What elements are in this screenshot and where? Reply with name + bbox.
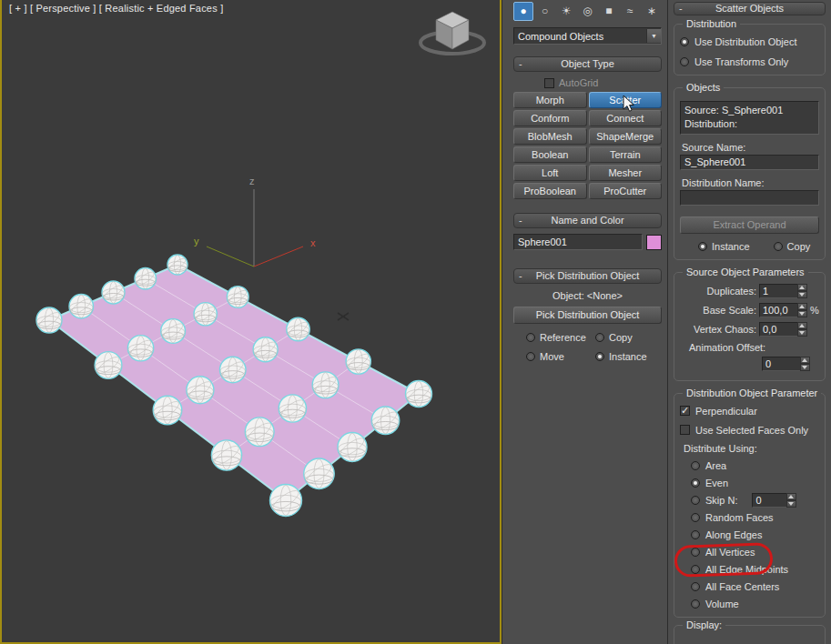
viewport-canvas[interactable]: z y x	[2, 0, 502, 642]
autogrid-checkbox[interactable]	[544, 78, 554, 88]
reference-option[interactable]: Reference	[526, 332, 595, 343]
morph-button[interactable]: Morph	[513, 92, 587, 108]
pick-distribution-rollout-header[interactable]: - Pick Distribution Object	[513, 268, 662, 284]
distribute-option-random-faces[interactable]: Random Faces	[691, 511, 819, 523]
checkbox-icon[interactable]	[680, 425, 690, 435]
list-item[interactable]: Source: S_Sphere001	[684, 104, 815, 117]
distribute-option-along-edges[interactable]: Along Edges	[691, 528, 819, 540]
scatter-sphere[interactable]	[338, 433, 367, 462]
radio-icon[interactable]	[691, 565, 700, 574]
scatter-sphere[interactable]	[220, 357, 247, 383]
viewcube[interactable]	[421, 12, 484, 54]
distribute-option-all-edge-midpoints[interactable]: All Edge Midpoints	[691, 563, 819, 575]
viewport-label[interactable]: [ + ] [ Perspective ] [ Realistic + Edge…	[9, 3, 223, 14]
helpers-icon[interactable]: ■	[599, 2, 619, 21]
list-item[interactable]: Distribution:	[684, 117, 815, 131]
extract-operand-button[interactable]: Extract Operand	[680, 216, 819, 234]
scatter-sphere[interactable]	[167, 255, 187, 275]
scatter-sphere[interactable]	[135, 268, 157, 290]
scatter-objects-rollout-header[interactable]: - Scatter Objects	[674, 2, 826, 15]
radio-icon[interactable]	[680, 37, 689, 46]
spinner-arrows-icon[interactable]	[786, 493, 796, 508]
distribute-option-volume[interactable]: Volume	[691, 598, 819, 609]
distribute-option-all-vertices[interactable]: All Vertices	[691, 546, 819, 558]
skip-n-spinner[interactable]: 0	[752, 493, 796, 508]
radio-icon[interactable]	[774, 242, 783, 251]
radio-icon[interactable]	[526, 333, 535, 342]
radio-icon[interactable]	[595, 333, 604, 342]
chevron-down-icon[interactable]: ▼	[646, 29, 661, 43]
scatter-sphere[interactable]	[69, 295, 94, 319]
lights-icon[interactable]: ☀	[556, 2, 576, 21]
scatter-sphere[interactable]	[253, 337, 278, 362]
operands-list[interactable]: Source: S_Sphere001 Distribution:	[680, 101, 819, 135]
shapes-icon[interactable]: ○	[534, 2, 554, 21]
instance-option[interactable]: Instance	[595, 351, 662, 362]
radio-icon[interactable]	[698, 242, 707, 251]
scatter-sphere[interactable]	[406, 381, 432, 408]
use-transforms-only-option[interactable]: Use Transforms Only	[680, 55, 819, 67]
copy-option[interactable]: Copy	[774, 241, 811, 252]
scatter-sphere[interactable]	[36, 307, 62, 333]
scatter-scene[interactable]	[36, 255, 432, 517]
scatter-sphere[interactable]	[227, 287, 248, 308]
radio-icon[interactable]	[680, 57, 689, 66]
loft-button[interactable]: Loft	[513, 165, 587, 181]
base-scale-spinner[interactable]: 100,0	[759, 303, 807, 317]
geometry-icon[interactable]: ●	[513, 2, 533, 21]
spinner-arrows-icon[interactable]	[797, 284, 807, 298]
boolean-button[interactable]: Boolean	[513, 146, 587, 163]
radio-icon[interactable]	[691, 496, 700, 505]
scatter-sphere[interactable]	[304, 458, 335, 489]
object-type-rollout-header[interactable]: - Object Type	[513, 56, 662, 72]
scatter-button[interactable]: Scatter	[589, 92, 663, 108]
distribute-option-even[interactable]: Even	[691, 477, 819, 488]
radio-icon[interactable]	[691, 461, 700, 470]
checkbox-icon[interactable]	[680, 406, 690, 416]
skip-n-value[interactable]: 0	[752, 493, 786, 508]
proboolean-button[interactable]: ProBoolean	[513, 183, 587, 199]
space-warps-icon[interactable]: ≈	[620, 2, 640, 21]
base-scale-value[interactable]: 100,0	[759, 303, 797, 317]
scatter-sphere[interactable]	[270, 485, 302, 517]
spinner-arrows-icon[interactable]	[797, 303, 807, 317]
spinner-arrows-icon[interactable]	[800, 357, 810, 371]
shapemerge-button[interactable]: ShapeMerge	[589, 128, 663, 145]
object-color-swatch[interactable]	[646, 235, 662, 250]
mesher-button[interactable]: Mesher	[589, 165, 663, 181]
radio-icon[interactable]	[691, 478, 700, 488]
scatter-sphere[interactable]	[245, 418, 274, 447]
scatter-sphere[interactable]	[127, 336, 153, 361]
procutter-button[interactable]: ProCutter	[589, 183, 663, 199]
terrain-button[interactable]: Terrain	[589, 146, 663, 163]
vertex-chaos-value[interactable]: 0,0	[759, 322, 797, 337]
vertex-chaos-spinner[interactable]: 0,0	[759, 322, 807, 337]
radio-icon[interactable]	[595, 352, 604, 361]
scatter-sphere[interactable]	[102, 281, 125, 304]
radio-icon[interactable]	[691, 599, 700, 609]
scatter-sphere[interactable]	[194, 303, 217, 326]
pick-distribution-object-button[interactable]: Pick Distribution Object	[513, 307, 662, 324]
radio-icon[interactable]	[691, 513, 700, 522]
perpendicular-option[interactable]: Perpendicular	[680, 405, 819, 417]
scatter-sphere[interactable]	[279, 395, 306, 422]
conform-button[interactable]: Conform	[513, 110, 587, 126]
source-name-field[interactable]: S_Sphere001	[680, 155, 819, 170]
distribute-option-skip-n[interactable]: Skip N: 0	[691, 494, 819, 506]
object-name-field[interactable]: Sphere001	[513, 234, 643, 250]
connect-button[interactable]: Connect	[589, 110, 663, 126]
scatter-sphere[interactable]	[211, 440, 241, 470]
duplicates-spinner[interactable]: 1	[759, 284, 807, 298]
radio-icon[interactable]	[691, 548, 700, 557]
scatter-sphere[interactable]	[346, 349, 370, 374]
animation-offset-value[interactable]: 0	[762, 357, 800, 371]
radio-icon[interactable]	[691, 530, 700, 539]
cameras-icon[interactable]: ◎	[577, 2, 597, 21]
name-color-rollout-header[interactable]: - Name and Color	[513, 213, 662, 228]
systems-icon[interactable]: ∗	[642, 2, 662, 21]
distribute-option-area[interactable]: Area	[691, 459, 819, 471]
animation-offset-spinner[interactable]: 0	[762, 357, 810, 371]
scatter-sphere[interactable]	[161, 319, 186, 344]
instance-option[interactable]: Instance	[698, 241, 750, 252]
use-selected-faces-only-option[interactable]: Use Selected Faces Only	[680, 424, 819, 436]
